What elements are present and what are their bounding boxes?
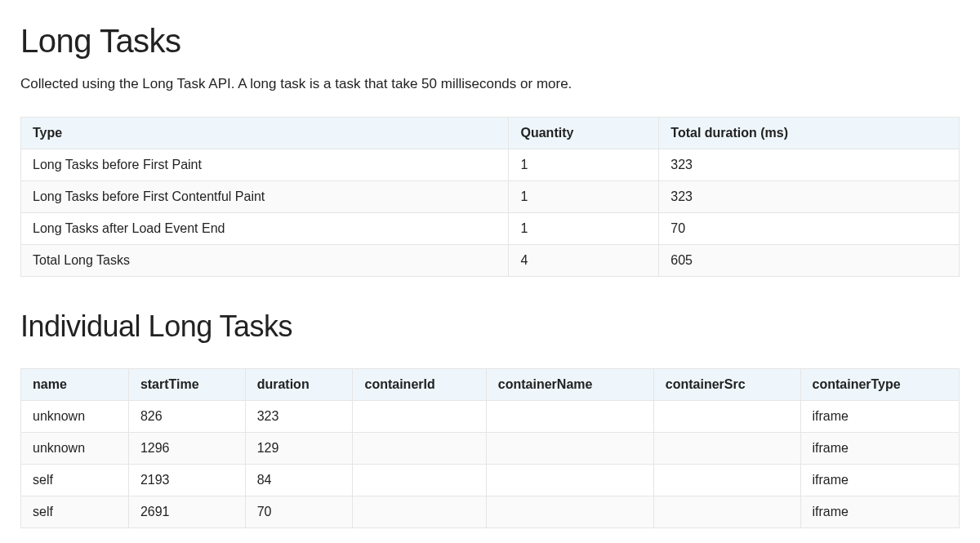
col-total-duration: Total duration (ms) (659, 118, 960, 149)
col-duration: duration (245, 369, 353, 401)
cell-containertype: iframe (800, 465, 959, 496)
table-row: unknown 1296 129 iframe (21, 433, 960, 465)
cell-quantity: 1 (509, 149, 659, 181)
cell-duration: 70 (245, 496, 353, 528)
cell-duration: 129 (245, 433, 353, 465)
cell-containersrc (653, 496, 800, 528)
cell-containersrc (653, 401, 800, 433)
cell-duration: 70 (659, 213, 960, 245)
col-quantity: Quantity (509, 118, 659, 149)
cell-name: self (21, 496, 129, 528)
col-starttime: startTime (128, 369, 245, 401)
cell-quantity: 1 (509, 213, 659, 245)
cell-containerid (353, 401, 486, 433)
col-type: Type (21, 118, 509, 149)
table-row: Long Tasks before First Contentful Paint… (21, 181, 960, 213)
col-containertype: containerType (800, 369, 959, 401)
cell-containertype: iframe (800, 433, 959, 465)
cell-containername (486, 496, 653, 528)
cell-starttime: 2691 (128, 496, 245, 528)
cell-type: Long Tasks before First Contentful Paint (21, 181, 509, 213)
table-header-row: Type Quantity Total duration (ms) (21, 118, 960, 149)
cell-containerid (353, 433, 486, 465)
cell-containersrc (653, 465, 800, 496)
col-name: name (21, 369, 129, 401)
table-row: Long Tasks before First Paint 1 323 (21, 149, 960, 181)
cell-containername (486, 433, 653, 465)
cell-starttime: 826 (128, 401, 245, 433)
table-row: Long Tasks after Load Event End 1 70 (21, 213, 960, 245)
page-heading: Long Tasks (20, 23, 960, 60)
individual-table: name startTime duration containerId cont… (20, 368, 960, 528)
cell-containername (486, 465, 653, 496)
table-row: self 2691 70 iframe (21, 496, 960, 528)
cell-duration: 323 (659, 181, 960, 213)
table-row: unknown 826 323 iframe (21, 401, 960, 433)
cell-containertype: iframe (800, 401, 959, 433)
cell-containerid (353, 496, 486, 528)
page-description: Collected using the Long Task API. A lon… (20, 76, 960, 92)
summary-table: Type Quantity Total duration (ms) Long T… (20, 117, 960, 277)
table-row: Total Long Tasks 4 605 (21, 245, 960, 277)
cell-duration: 84 (245, 465, 353, 496)
cell-type: Total Long Tasks (21, 245, 509, 277)
cell-duration: 605 (659, 245, 960, 277)
cell-type: Long Tasks after Load Event End (21, 213, 509, 245)
cell-quantity: 1 (509, 181, 659, 213)
cell-starttime: 1296 (128, 433, 245, 465)
cell-quantity: 4 (509, 245, 659, 277)
cell-containerid (353, 465, 486, 496)
cell-name: unknown (21, 401, 129, 433)
cell-containertype: iframe (800, 496, 959, 528)
table-header-row: name startTime duration containerId cont… (21, 369, 960, 401)
cell-duration: 323 (245, 401, 353, 433)
cell-containername (486, 401, 653, 433)
col-containersrc: containerSrc (653, 369, 800, 401)
col-containername: containerName (486, 369, 653, 401)
cell-name: self (21, 465, 129, 496)
cell-type: Long Tasks before First Paint (21, 149, 509, 181)
cell-duration: 323 (659, 149, 960, 181)
cell-name: unknown (21, 433, 129, 465)
cell-containersrc (653, 433, 800, 465)
individual-heading: Individual Long Tasks (20, 309, 960, 344)
cell-starttime: 2193 (128, 465, 245, 496)
table-row: self 2193 84 iframe (21, 465, 960, 496)
col-containerid: containerId (353, 369, 486, 401)
